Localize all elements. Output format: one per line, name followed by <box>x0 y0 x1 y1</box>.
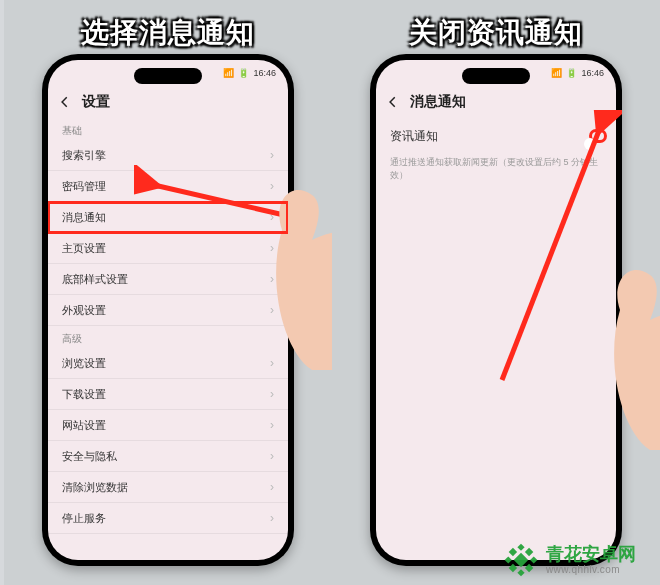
toggle-hint-text: 通过推送通知获取新闻更新（更改设置后约 5 分钟生效） <box>376 154 616 181</box>
settings-row-stop-service[interactable]: 停止服务› <box>48 503 288 534</box>
row-label: 浏览设置 <box>62 356 106 371</box>
settings-row-password-mgmt[interactable]: 密码管理› <box>48 171 288 202</box>
toggle-row-news-notify: 资讯通知 <box>376 118 616 154</box>
signal-icon: 📶 <box>223 68 234 78</box>
toggle-highlight-box <box>594 134 602 138</box>
chevron-right-icon: › <box>270 480 274 494</box>
phone-mockup-right: 📶 🔋 16:46 消息通知 资讯通知 通过推送通知获取新闻更新（更改设置后约 … <box>370 54 622 566</box>
settings-row-message-notify[interactable]: 消息通知› <box>48 202 288 233</box>
caption-left: 选择消息通知 <box>4 14 332 52</box>
phone-screen-left: 📶 🔋 16:46 设置 基础 搜索引擎› 密码管理› 消息通知› 主页设置› … <box>48 60 288 560</box>
chevron-right-icon: › <box>270 303 274 317</box>
chevron-right-icon: › <box>270 148 274 162</box>
chevron-right-icon: › <box>270 210 274 224</box>
row-label: 清除浏览数据 <box>62 480 128 495</box>
settings-row-homepage[interactable]: 主页设置› <box>48 233 288 264</box>
section-header-adv: 高级 <box>48 326 288 348</box>
row-label: 安全与隐私 <box>62 449 117 464</box>
row-label: 网站设置 <box>62 418 106 433</box>
caption-right: 关闭资讯通知 <box>332 14 660 52</box>
chevron-right-icon: › <box>270 241 274 255</box>
phone-screen-right: 📶 🔋 16:46 消息通知 资讯通知 通过推送通知获取新闻更新（更改设置后约 … <box>376 60 616 560</box>
title-bar: 消息通知 <box>376 86 616 118</box>
row-label: 搜索引擎 <box>62 148 106 163</box>
row-label: 下载设置 <box>62 387 106 402</box>
watermark-name: 青花安卓网 <box>546 545 636 565</box>
svg-rect-4 <box>505 556 512 563</box>
settings-row-search-engine[interactable]: 搜索引擎› <box>48 140 288 171</box>
settings-row-bottom-style[interactable]: 底部样式设置› <box>48 264 288 295</box>
notch-icon <box>462 68 530 84</box>
watermark: 青花安卓网 www.qhhlv.com <box>504 543 636 577</box>
settings-row-appearance[interactable]: 外观设置› <box>48 295 288 326</box>
status-time: 16:46 <box>253 68 276 78</box>
section-header-basic: 基础 <box>48 118 288 140</box>
back-icon[interactable] <box>384 93 402 111</box>
row-label: 底部样式设置 <box>62 272 128 287</box>
chevron-right-icon: › <box>270 272 274 286</box>
row-label: 外观设置 <box>62 303 106 318</box>
settings-row-security[interactable]: 安全与隐私› <box>48 441 288 472</box>
settings-row-clear-data[interactable]: 清除浏览数据› <box>48 472 288 503</box>
svg-rect-3 <box>517 569 524 576</box>
chevron-right-icon: › <box>270 179 274 193</box>
watermark-url: www.qhhlv.com <box>546 564 636 575</box>
row-label: 主页设置 <box>62 241 106 256</box>
svg-rect-10 <box>514 553 528 567</box>
title-bar: 设置 <box>48 86 288 118</box>
svg-rect-5 <box>530 556 537 563</box>
settings-row-site[interactable]: 网站设置› <box>48 410 288 441</box>
svg-rect-6 <box>509 548 517 556</box>
toggle-label: 资讯通知 <box>390 128 438 145</box>
svg-rect-7 <box>525 548 533 556</box>
row-label: 停止服务 <box>62 511 106 526</box>
svg-rect-9 <box>525 564 533 572</box>
svg-rect-8 <box>509 564 517 572</box>
svg-rect-2 <box>517 544 524 551</box>
settings-row-download[interactable]: 下载设置› <box>48 379 288 410</box>
row-label: 消息通知 <box>62 210 106 225</box>
chevron-right-icon: › <box>270 418 274 432</box>
battery-icon: 🔋 <box>566 68 577 78</box>
chevron-right-icon: › <box>270 356 274 370</box>
tutorial-panel-left: 选择消息通知 📶 🔋 16:46 设置 基础 搜索引擎› 密码管理› 消息通知›… <box>4 0 332 585</box>
phone-mockup-left: 📶 🔋 16:46 设置 基础 搜索引擎› 密码管理› 消息通知› 主页设置› … <box>42 54 294 566</box>
page-title: 消息通知 <box>410 93 466 111</box>
row-label: 密码管理 <box>62 179 106 194</box>
chevron-right-icon: › <box>270 511 274 525</box>
status-time: 16:46 <box>581 68 604 78</box>
page-title: 设置 <box>82 93 110 111</box>
watermark-logo-icon <box>504 543 538 577</box>
tutorial-panel-right: 关闭资讯通知 📶 🔋 16:46 消息通知 资讯通知 通过推送通 <box>332 0 660 585</box>
chevron-right-icon: › <box>270 449 274 463</box>
signal-icon: 📶 <box>551 68 562 78</box>
notch-icon <box>134 68 202 84</box>
battery-icon: 🔋 <box>238 68 249 78</box>
chevron-right-icon: › <box>270 387 274 401</box>
settings-row-browsing[interactable]: 浏览设置› <box>48 348 288 379</box>
back-icon[interactable] <box>56 93 74 111</box>
